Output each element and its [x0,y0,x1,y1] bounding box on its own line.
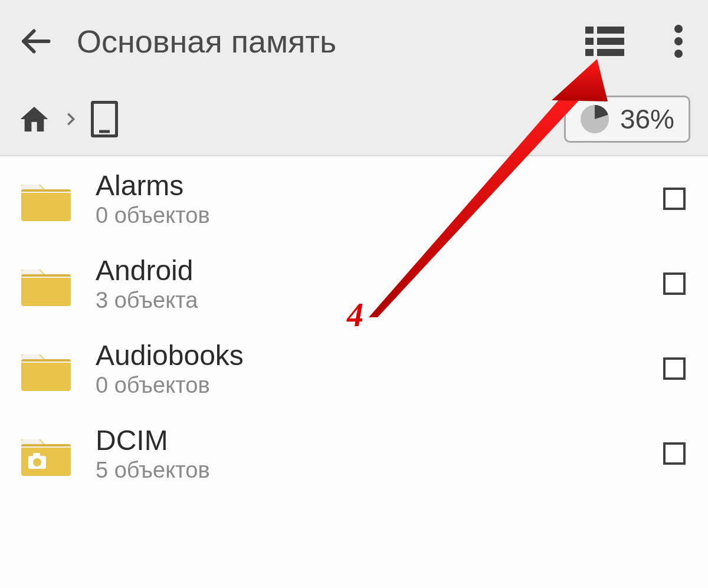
breadcrumb [18,101,564,137]
page-title: Основная память [77,23,560,60]
file-list: Alarms 0 объектов Android 3 объекта [0,156,708,496]
item-name: Audiobooks [96,339,643,372]
app-bar: Основная память [0,0,708,83]
svg-point-7 [674,25,683,33]
item-text: DCIM 5 объектов [96,424,643,483]
folder-icon [17,339,76,398]
svg-rect-6 [597,49,624,56]
svg-point-15 [33,458,41,467]
breadcrumb-bar: 36% [0,83,708,156]
folder-icon [17,169,76,228]
home-icon [18,103,51,136]
svg-rect-3 [585,38,594,45]
list-item[interactable]: Android 3 объекта [0,241,708,326]
back-button[interactable] [18,24,53,59]
svg-rect-4 [597,38,624,45]
svg-rect-14 [33,453,40,457]
item-checkbox[interactable] [663,442,686,465]
item-subtitle: 3 объекта [96,288,643,313]
item-checkbox[interactable] [663,272,686,295]
svg-point-9 [674,50,683,58]
item-subtitle: 0 объектов [96,373,643,398]
pie-chart-icon [580,104,609,134]
folder-icon [17,254,76,313]
view-toggle-button[interactable] [584,24,625,59]
chevron-right-icon [63,106,79,132]
list-item[interactable]: DCIM 5 объектов [0,411,708,496]
svg-rect-2 [597,27,624,34]
breadcrumb-device[interactable] [91,101,118,137]
folder-camera-icon [17,424,76,483]
item-checkbox[interactable] [663,188,686,210]
item-text: Audiobooks 0 объектов [96,339,643,398]
breadcrumb-home[interactable] [18,103,51,136]
more-vertical-icon [674,25,683,58]
item-name: Alarms [96,169,643,202]
item-text: Android 3 объекта [96,254,643,313]
item-subtitle: 0 объектов [96,203,643,228]
svg-point-8 [674,37,683,45]
storage-percent: 36% [620,103,674,135]
item-subtitle: 5 объектов [96,458,643,483]
svg-rect-5 [585,49,594,56]
storage-badge[interactable]: 36% [564,96,690,143]
list-item[interactable]: Alarms 0 объектов [0,156,708,241]
list-view-icon [585,27,624,56]
svg-rect-1 [585,27,594,34]
arrow-left-icon [18,24,53,59]
item-name: DCIM [96,424,643,456]
list-item[interactable]: Audiobooks 0 объектов [0,326,708,411]
item-text: Alarms 0 объектов [96,169,643,228]
phone-icon [91,101,118,137]
breadcrumb-separator [63,106,79,132]
item-name: Android [96,254,643,287]
item-checkbox[interactable] [663,357,686,380]
overflow-menu-button[interactable] [667,24,690,59]
